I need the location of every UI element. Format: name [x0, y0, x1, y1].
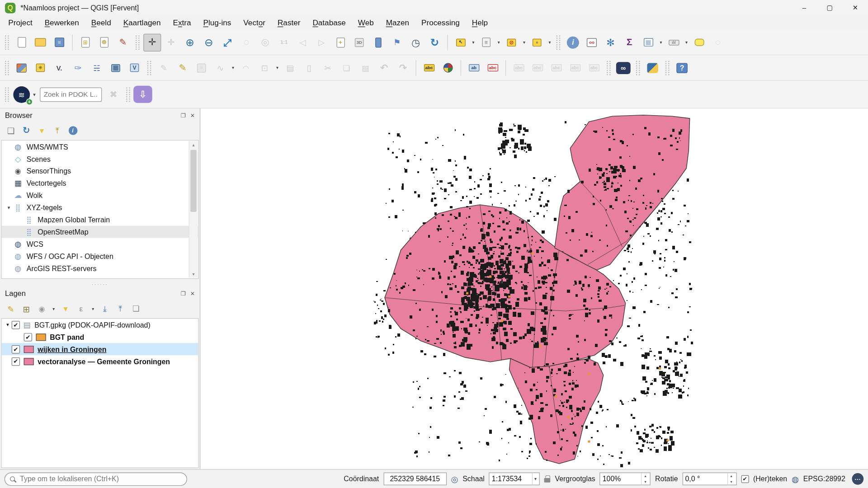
menu-project[interactable]: Project — [2, 16, 38, 29]
open-project-button[interactable] — [32, 33, 49, 51]
pan-map-button[interactable]: ✛ — [143, 33, 161, 51]
move-label-button[interactable]: abc — [528, 59, 546, 76]
layer-labeling-options-button[interactable]: abc — [420, 59, 438, 76]
menu-bewerken[interactable]: Bewerken — [38, 16, 85, 29]
new-spatialite-layer-button[interactable]: ▦ — [107, 59, 124, 76]
modify-attributes-button[interactable]: ▤ — [281, 59, 299, 76]
browser-item-wfs-ogc-api-objecten[interactable]: ◍WFS / OGC API - Objecten — [2, 250, 198, 262]
toolbar-handle[interactable] — [636, 61, 640, 75]
chevron-down-icon[interactable]: ▾ — [532, 473, 538, 485]
filter-by-expression-dropdown[interactable]: ▾ — [90, 306, 96, 311]
browser-scrollbar[interactable]: ▲▼ — [189, 141, 198, 277]
menu-vector[interactable]: Vector — [237, 16, 272, 29]
add-circular-string-button[interactable]: ◠ — [237, 59, 255, 76]
new-virtual-layer-button[interactable]: V — [126, 59, 143, 76]
help-contents-button[interactable]: ? — [673, 59, 691, 76]
filter-legend-button[interactable]: ▼ — [59, 302, 73, 316]
map-canvas-svg[interactable] — [200, 108, 868, 469]
new-shapefile-layer-button[interactable]: V. — [50, 59, 68, 76]
browser-item-scenes[interactable]: ◇Scenes — [2, 153, 198, 165]
zoom-last-button[interactable]: ◁ — [294, 33, 311, 51]
select-features-by-value-dropdown[interactable]: ▾ — [495, 40, 502, 45]
zoom-native-button[interactable]: 1:1 — [275, 33, 293, 51]
browser-item-openstreetmap[interactable]: ⣿OpenStreetMap — [2, 226, 198, 238]
scroll-up-icon[interactable]: ▲ — [189, 141, 198, 149]
style-manager-button[interactable]: ✎ — [114, 33, 132, 51]
layer-color-swatch[interactable] — [24, 358, 34, 365]
properties-widget-button[interactable]: i — [66, 124, 80, 138]
map-tips-button[interactable] — [690, 33, 708, 51]
add-group-button[interactable]: ⊞ — [19, 302, 33, 316]
manage-map-themes-dropdown[interactable]: ▾ — [50, 306, 57, 311]
filter-browser-button[interactable]: ▼ — [35, 124, 49, 138]
layer-color-swatch[interactable] — [24, 346, 34, 353]
select-features-button[interactable]: ↖ — [452, 33, 469, 51]
add-selected-layers-button[interactable]: ❏ — [4, 124, 18, 138]
layer-visibility-checkbox[interactable]: ✔ — [12, 321, 20, 329]
osm-place-search-button[interactable]: ∞ — [614, 59, 632, 76]
cut-features-button[interactable]: ✂ — [319, 59, 336, 76]
python-console-button[interactable] — [644, 59, 661, 76]
magnifier-input[interactable] — [601, 474, 641, 483]
new-print-layout-button[interactable]: ⊞ — [76, 33, 94, 51]
save-layer-edits-button[interactable]: ≡ — [193, 59, 210, 76]
highlight-pinned-labels-button[interactable]: abc — [484, 59, 501, 76]
messages-button[interactable]: ··· — [852, 473, 863, 485]
delete-selected-button[interactable]: ▯ — [300, 59, 318, 76]
select-features-by-value-button[interactable]: ≡ — [477, 33, 495, 51]
toolbar-handle[interactable] — [136, 35, 140, 50]
vertex-tool-dropdown[interactable]: ▾ — [274, 65, 281, 70]
identify-features-button[interactable]: i — [564, 33, 582, 51]
layer-visibility-checkbox[interactable]: ✔ — [12, 345, 20, 353]
digitize-feature-button[interactable]: ∿ — [212, 59, 229, 76]
metasearch-button[interactable]: ◌ — [709, 33, 727, 51]
minimize-button[interactable]: – — [792, 0, 817, 15]
new-3d-map-view-button[interactable]: 3D — [350, 33, 368, 51]
pdok-search-input[interactable] — [40, 87, 102, 102]
vertex-tool-button[interactable]: ⊡ — [256, 59, 274, 76]
layer-color-swatch[interactable] — [36, 333, 46, 341]
layer-visibility-checkbox[interactable]: ✔ — [12, 357, 20, 365]
mouse-position-icon[interactable]: ◎ — [451, 475, 458, 483]
new-project-button[interactable] — [13, 33, 30, 51]
change-label-properties-button[interactable]: abc — [566, 59, 584, 76]
processing-toolbox-button[interactable]: ✻ — [602, 33, 619, 51]
select-features-dropdown[interactable]: ▾ — [470, 40, 477, 45]
spin-down-icon[interactable]: ▼ — [642, 479, 649, 485]
rotation-input[interactable] — [684, 474, 727, 483]
paste-features-button[interactable]: ▤ — [357, 59, 374, 76]
undo-button[interactable]: ↶ — [375, 59, 393, 76]
map-canvas[interactable] — [200, 108, 868, 469]
deselect-features-dropdown[interactable]: ▾ — [521, 40, 528, 45]
browser-close-icon[interactable]: ✕ — [190, 113, 195, 118]
toggle-editing-button[interactable]: ✎ — [174, 59, 191, 76]
locator-input[interactable] — [19, 474, 182, 483]
layer-item-wijken-in-groningen[interactable]: ✔wijken in Groningen — [2, 343, 198, 355]
toolbar-handle[interactable] — [665, 61, 670, 75]
spin-down-icon[interactable]: ▼ — [728, 479, 735, 485]
statistical-summary-button[interactable]: Σ — [621, 33, 638, 51]
remove-layer-button[interactable]: ❏ — [129, 302, 143, 316]
browser-item-vectortegels[interactable]: ▦Vectortegels — [2, 177, 198, 189]
clear-pdok-search-button[interactable]: ✖ — [104, 85, 122, 103]
new-spatial-bookmark-button[interactable] — [369, 33, 387, 51]
browser-item-sensorthings[interactable]: ◉SensorThings — [2, 165, 198, 177]
attribute-table-dropdown[interactable]: ▾ — [658, 40, 665, 45]
toolbar-handle[interactable] — [126, 87, 130, 102]
lock-icon[interactable] — [544, 478, 550, 482]
collapse-all-layers-button[interactable]: ⤒ — [113, 302, 127, 316]
toolbar-handle[interactable] — [5, 35, 9, 50]
zoom-to-selection-button[interactable]: ◌ — [237, 33, 255, 51]
filter-by-expression-button[interactable]: ε — [74, 302, 88, 316]
redraw-checkbox[interactable]: ✔ — [741, 475, 749, 483]
browser-item-wolk[interactable]: ☁Wolk — [2, 189, 198, 202]
panel-splitter[interactable]: ······ — [0, 282, 200, 286]
toolbar-handle[interactable] — [557, 35, 561, 50]
locator-search[interactable] — [5, 472, 187, 485]
close-button[interactable]: ✕ — [843, 0, 868, 15]
redo-button[interactable]: ↷ — [394, 59, 412, 76]
browser-item-wms-wmts[interactable]: ◍WMS/WMTS — [2, 141, 198, 153]
menu-help[interactable]: Help — [466, 16, 494, 29]
menu-kaartlagen[interactable]: Kaartlagen — [117, 16, 167, 29]
rotate-label-button[interactable]: abc — [547, 59, 565, 76]
